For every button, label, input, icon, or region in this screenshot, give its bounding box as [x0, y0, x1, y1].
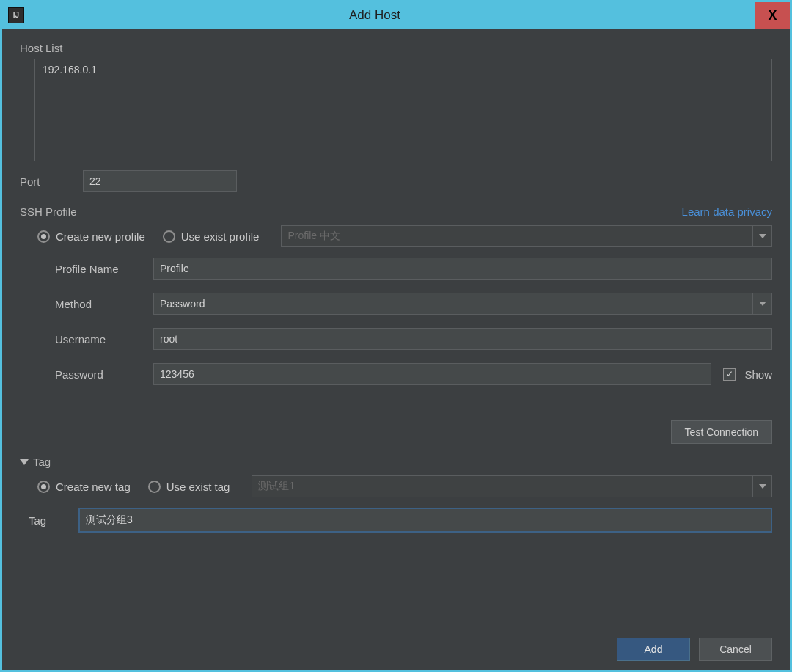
profile-name-label: Profile Name: [55, 263, 149, 275]
host-list-value: 192.168.0.1: [43, 64, 97, 76]
radio-use-exist-tag[interactable]: [148, 481, 161, 493]
collapse-triangle-icon: [20, 459, 29, 465]
profile-name-input[interactable]: [153, 258, 772, 280]
radio-create-new-tag-label: Create new tag: [56, 481, 131, 493]
existing-profile-dropdown-text: Profile 中文: [282, 230, 752, 243]
test-connection-row: Test Connection: [20, 420, 772, 444]
host-list-textarea[interactable]: 192.168.0.1: [34, 59, 772, 161]
chevron-down-icon: [759, 484, 766, 489]
chevron-down-icon: [759, 234, 766, 238]
port-label: Port: [20, 175, 59, 188]
cancel-button[interactable]: Cancel: [699, 638, 772, 661]
method-dropdown[interactable]: Password: [153, 293, 772, 315]
app-icon: IJ: [8, 7, 24, 23]
titlebar: IJ Add Host X: [2, 2, 790, 29]
radio-use-exist-profile[interactable]: [163, 230, 175, 243]
password-input[interactable]: [153, 363, 711, 385]
window-title: Add Host: [24, 8, 755, 23]
radio-create-new-profile[interactable]: [37, 230, 50, 243]
method-label: Method: [55, 298, 149, 310]
chevron-down-icon: [759, 302, 766, 306]
ssh-profile-label: SSH Profile: [20, 205, 77, 218]
method-dropdown-value: Password: [154, 298, 752, 310]
learn-data-privacy-link[interactable]: Learn data privacy: [682, 205, 772, 218]
show-password-label: Show: [744, 368, 772, 381]
add-button[interactable]: Add: [617, 638, 690, 661]
method-dropdown-button[interactable]: [752, 293, 771, 314]
host-list-label: Host List: [20, 42, 772, 54]
tag-input-row: Tag: [29, 508, 772, 533]
tag-section-header[interactable]: Tag: [20, 456, 772, 468]
method-row: Method Password: [55, 293, 772, 315]
existing-tag-dropdown-button: [752, 476, 771, 497]
ssh-profile-radio-row: Create new profile Use exist profile Pro…: [37, 225, 772, 247]
test-connection-button[interactable]: Test Connection: [671, 420, 772, 444]
username-label: Username: [55, 333, 149, 346]
add-host-dialog: IJ Add Host X Host List 192.168.0.1 Port…: [0, 0, 792, 672]
close-button[interactable]: X: [755, 2, 790, 29]
port-input[interactable]: [83, 170, 237, 192]
dialog-content: Host List 192.168.0.1 Port SSH Profile L…: [2, 29, 790, 670]
profile-name-row: Profile Name: [55, 258, 772, 280]
existing-profile-dropdown: Profile 中文: [281, 225, 772, 247]
radio-create-new-profile-label: Create new profile: [56, 230, 145, 243]
username-input[interactable]: [153, 328, 772, 350]
radio-use-exist-profile-label: Use exist profile: [181, 230, 260, 243]
existing-tag-dropdown-text: 测试组1: [252, 480, 752, 493]
username-row: Username: [55, 328, 772, 350]
existing-profile-dropdown-button: [752, 226, 771, 246]
tag-label: Tag: [29, 514, 71, 527]
password-label: Password: [55, 368, 149, 381]
existing-tag-dropdown: 测试组1: [252, 475, 772, 497]
password-row: Password Show: [55, 363, 772, 385]
radio-create-new-tag[interactable]: [37, 481, 50, 493]
tag-input[interactable]: [78, 508, 772, 533]
tag-radio-row: Create new tag Use exist tag 测试组1: [37, 475, 772, 497]
show-password-checkbox[interactable]: [723, 368, 736, 381]
dialog-footer: Add Cancel: [20, 616, 772, 661]
radio-use-exist-tag-label: Use exist tag: [166, 481, 230, 493]
ssh-profile-header: SSH Profile Learn data privacy: [20, 205, 772, 218]
port-row: Port: [20, 170, 772, 192]
tag-section-label: Tag: [33, 456, 51, 468]
